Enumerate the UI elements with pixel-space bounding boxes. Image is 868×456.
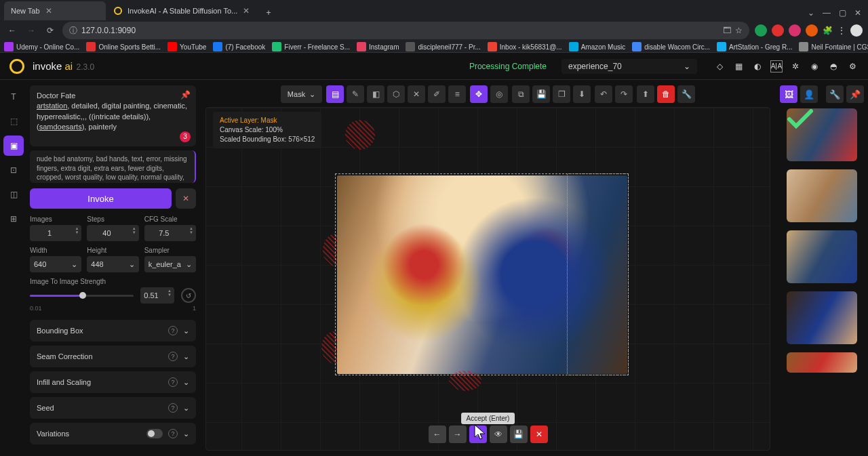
profile-avatar-icon[interactable]	[850, 24, 863, 37]
bookmark-item[interactable]: discipleneil777 - Pr...	[406, 42, 480, 51]
gallery-icon[interactable]: ▦	[732, 60, 745, 72]
cancel-button[interactable]: ✕	[176, 188, 196, 209]
bug-icon[interactable]: ✲	[789, 60, 802, 72]
stepper-icon[interactable]: ▲▼	[132, 226, 136, 234]
menu-icon[interactable]: ≡	[448, 85, 466, 103]
github-icon[interactable]: ◉	[808, 60, 821, 72]
close-window-icon[interactable]: ✕	[854, 8, 861, 18]
strength-slider[interactable]	[30, 295, 134, 297]
reset-view-icon[interactable]: ◎	[490, 85, 508, 103]
forward-button[interactable]: →	[24, 24, 38, 37]
gallery-user-tab-icon[interactable]: 👤	[800, 85, 818, 103]
rail-text2img-icon[interactable]: T	[3, 87, 24, 107]
settings-icon[interactable]: 🔧	[677, 85, 695, 103]
accordion-variations[interactable]: Variations?⌄	[30, 423, 196, 444]
rail-extra-icon[interactable]: ⊞	[3, 209, 24, 229]
bookmark-item[interactable]: ArtStation - Greg R...	[717, 42, 792, 51]
address-bar[interactable]: ⓘ 127.0.0.1:9090 🗔 ☆	[62, 22, 749, 39]
merge-icon[interactable]: ⧉	[512, 85, 530, 103]
extension-icon[interactable]	[755, 24, 767, 37]
bookmark-item[interactable]: YouTube	[167, 42, 206, 51]
bookmark-item[interactable]: disable Wacom Circ...	[632, 42, 710, 51]
eraser-icon[interactable]: ◧	[367, 85, 384, 103]
thumbnail[interactable]	[787, 352, 857, 373]
bookmark-item[interactable]: Inbox - kik56831@...	[488, 42, 562, 51]
next-icon[interactable]: →	[449, 426, 467, 443]
brush-tool-icon[interactable]: ▤	[326, 85, 344, 103]
positive-prompt[interactable]: 📌 Doctor Fate artstation, detailed, digi…	[30, 85, 196, 146]
accordion-bounding-box[interactable]: Bounding Box?⌄	[30, 320, 196, 341]
redo-icon[interactable]: ↷	[615, 85, 633, 103]
width-select[interactable]: 640⌄	[30, 256, 81, 272]
height-select[interactable]: 448⌄	[87, 256, 138, 272]
stepper-icon[interactable]: ▲▼	[75, 226, 79, 234]
discord-icon[interactable]: ◓	[827, 60, 840, 72]
settings-icon[interactable]: ⚙	[846, 60, 859, 72]
prev-icon[interactable]: ←	[429, 426, 446, 443]
language-icon[interactable]: AǀA	[770, 60, 783, 72]
bookmark-item[interactable]: Amazon Music	[569, 42, 626, 51]
minimize-icon[interactable]: —	[823, 8, 831, 18]
rail-nodes-icon[interactable]: ⊡	[3, 160, 24, 180]
info-icon[interactable]: ?	[168, 352, 178, 361]
tab-new-tab[interactable]: New Tab ✕	[4, 1, 106, 20]
generated-image[interactable]	[337, 175, 627, 374]
copy-icon[interactable]: ❐	[553, 85, 570, 103]
close-icon[interactable]: ✕	[243, 6, 250, 16]
pin-icon[interactable]: 📌	[180, 89, 191, 101]
bookmark-item[interactable]: Fiverr - Freelance S...	[272, 42, 350, 51]
info-icon[interactable]: ?	[168, 326, 178, 335]
images-input[interactable]	[30, 225, 81, 241]
extensions-menu-icon[interactable]: 🧩	[823, 26, 833, 35]
bookmark-item[interactable]: Neil Fontaine | CGS...	[799, 42, 868, 51]
thumbnail[interactable]	[787, 230, 857, 283]
bookmark-item[interactable]: Online Sports Betti...	[86, 42, 161, 51]
kebab-icon[interactable]: ⋮	[837, 26, 846, 35]
rail-training-icon[interactable]: ◫	[3, 184, 24, 205]
cube-icon[interactable]: ◇	[713, 60, 726, 72]
accordion-seam-correction[interactable]: Seam Correction?⌄	[30, 346, 196, 367]
bookmark-item[interactable]: Udemy - Online Co...	[4, 42, 79, 51]
rail-img2img-icon[interactable]: ⬚	[3, 111, 24, 131]
sampler-select[interactable]: k_euler_a⌄	[144, 256, 196, 272]
negative-prompt[interactable]: nude bad anatomy, bad hands, text, error…	[30, 150, 196, 183]
close-icon[interactable]: ✕	[45, 6, 52, 16]
gallery-images-tab-icon[interactable]: 🖼	[780, 85, 797, 103]
accordion-seed[interactable]: Seed?⌄	[30, 397, 196, 419]
rail-canvas-icon[interactable]: ▣	[3, 136, 24, 156]
layer-select[interactable]: Mask⌄	[281, 85, 322, 103]
reset-icon[interactable]: ↺	[181, 288, 196, 303]
save-icon[interactable]: 💾	[532, 85, 550, 103]
upload-icon[interactable]: ⬆	[637, 85, 654, 103]
tab-invokeai[interactable]: InvokeAI - A Stable Diffusion To... ✕	[107, 1, 256, 20]
cfg-input[interactable]	[144, 225, 196, 241]
extension-icon[interactable]	[772, 24, 784, 37]
move-icon[interactable]: ✥	[470, 85, 488, 103]
fill-icon[interactable]: ⬡	[387, 85, 405, 103]
info-icon[interactable]: ?	[168, 429, 178, 438]
extension-icon[interactable]	[806, 24, 818, 37]
extension-icon[interactable]	[789, 24, 801, 37]
download-icon[interactable]: ⬇	[573, 85, 591, 103]
save-staging-icon[interactable]: 💾	[510, 426, 528, 443]
undo-icon[interactable]: ↶	[595, 85, 612, 103]
pencil-icon[interactable]: ✎	[347, 85, 364, 103]
gallery-settings-icon[interactable]: 🔧	[826, 85, 844, 103]
site-info-icon[interactable]: ⓘ	[69, 25, 77, 37]
thumbnail[interactable]	[787, 169, 857, 222]
back-button[interactable]: ←	[5, 24, 19, 37]
palette-icon[interactable]: ◐	[751, 60, 764, 72]
gallery-pin-icon[interactable]: 📌	[846, 85, 864, 103]
bookmark-star-icon[interactable]: ☆	[735, 26, 743, 35]
eyedropper-icon[interactable]: ✐	[428, 85, 446, 103]
new-tab-button[interactable]: ＋	[260, 4, 277, 20]
info-icon[interactable]: ?	[168, 377, 178, 387]
bookmark-item[interactable]: Instagram	[357, 42, 399, 51]
stepper-icon[interactable]: ▲▼	[167, 289, 172, 297]
maximize-icon[interactable]: ▢	[839, 8, 846, 18]
steps-input[interactable]	[87, 225, 138, 241]
invoke-button[interactable]: Invoke	[30, 188, 172, 209]
model-select[interactable]: experience_70 ⌄	[561, 59, 697, 74]
accordion-infill-and-scaling[interactable]: Infill and Scaling?⌄	[30, 371, 196, 393]
bookmark-item[interactable]: (7) Facebook	[213, 42, 265, 51]
